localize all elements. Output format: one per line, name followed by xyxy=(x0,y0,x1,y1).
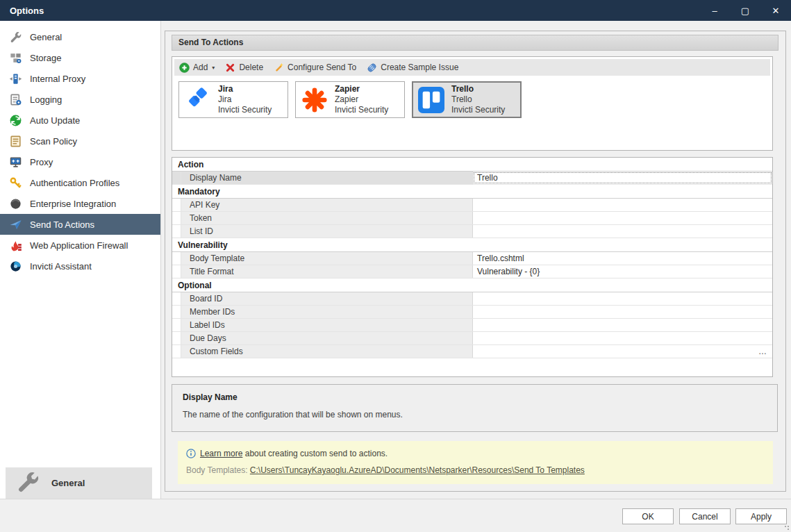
card-vendor: Invicti Security xyxy=(451,105,505,115)
property-value-input[interactable] xyxy=(473,225,772,238)
storage-icon xyxy=(9,51,22,65)
property-value-input[interactable] xyxy=(473,332,772,344)
proxy-icon xyxy=(9,156,22,169)
chevron-down-icon: ▾ xyxy=(212,65,215,71)
configure-send-to-button[interactable]: Configure Send To xyxy=(274,63,356,73)
property-row-member-ids[interactable]: Member IDs xyxy=(172,306,772,319)
description-text: The name of the configuration that will … xyxy=(183,410,767,419)
send-to-actions-panel: Send To Actions Add ▾ Delete xyxy=(165,31,786,492)
property-row-api-key[interactable]: API Key xyxy=(172,199,772,212)
assistant-icon xyxy=(9,260,22,273)
card-name: Zapier xyxy=(335,84,388,94)
sidebar-item-label: Proxy xyxy=(30,157,53,167)
send-icon xyxy=(9,218,22,231)
sidebar-item-label: Internal Proxy xyxy=(30,74,85,84)
property-value-input[interactable] xyxy=(473,306,772,318)
delete-button[interactable]: Delete xyxy=(225,63,263,73)
property-value-input[interactable]: Trello xyxy=(473,172,772,184)
property-row-custom-fields[interactable]: Custom Fields … xyxy=(172,345,772,358)
action-card-zapier[interactable]: Zapier Zapier Invicti Security xyxy=(295,81,405,118)
close-button[interactable]: ✕ xyxy=(760,0,791,21)
sidebar-item-label: Web Application Firewall xyxy=(30,240,128,251)
info-icon xyxy=(186,449,196,458)
sidebar-item-label: Logging xyxy=(30,94,62,105)
action-card-trello[interactable]: Trello Trello Invicti Security xyxy=(412,81,522,118)
add-button[interactable]: Add ▾ xyxy=(179,63,215,73)
card-vendor: Invicti Security xyxy=(218,105,272,115)
property-value-input[interactable]: Trello.cshtml xyxy=(473,252,772,265)
enterprise-icon xyxy=(9,197,22,210)
key-icon xyxy=(9,176,22,190)
sidebar-item-enterprise-integration[interactable]: Enterprise Integration xyxy=(0,193,160,214)
sidebar-item-web-application-firewall[interactable]: Web Application Firewall xyxy=(0,235,160,256)
learn-more-text: about creating custom send to actions. xyxy=(242,449,388,458)
window-controls: – ▢ ✕ xyxy=(699,0,791,21)
cancel-button[interactable]: Cancel xyxy=(679,508,731,524)
trello-logo-icon xyxy=(418,87,444,113)
property-row-display-name[interactable]: Display Name Trello xyxy=(172,172,772,185)
property-row-body-template[interactable]: Body Template Trello.cshtml xyxy=(172,252,772,265)
sidebar-footer-label: General xyxy=(51,478,85,488)
zapier-logo-icon xyxy=(301,87,328,113)
titlebar: Options – ▢ ✕ xyxy=(0,0,791,21)
sidebar-item-invicti-assistant[interactable]: Invicti Assistant xyxy=(0,256,160,276)
resize-grip[interactable] xyxy=(784,525,790,531)
property-row-label-ids[interactable]: Label IDs xyxy=(172,319,772,332)
sidebar-item-scan-policy[interactable]: Scan Policy xyxy=(0,131,160,151)
ellipsis-button[interactable]: … xyxy=(758,345,767,358)
body-templates-label: Body Templates: xyxy=(186,465,248,475)
sidebar-item-label: Storage xyxy=(30,53,62,63)
learn-more-link[interactable]: Learn more xyxy=(200,449,242,458)
scan-policy-icon xyxy=(9,135,22,148)
property-row-title-format[interactable]: Title Format Vulnerability - {0} xyxy=(172,265,772,279)
sample-issue-icon xyxy=(367,63,377,73)
body-templates-path-link[interactable]: C:\Users\TuncayKayaoglu.AzureAD\Document… xyxy=(250,465,585,475)
create-sample-issue-button[interactable]: Create Sample Issue xyxy=(367,63,458,73)
wrench-icon xyxy=(9,31,22,44)
sidebar-item-storage[interactable]: Storage xyxy=(0,47,160,68)
button-bar: OK Cancel Apply xyxy=(0,499,791,532)
property-value-input[interactable]: Vulnerability - {0} xyxy=(473,265,772,278)
sidebar-item-label: Scan Policy xyxy=(30,136,77,147)
property-value-input[interactable]: … xyxy=(473,345,772,358)
sidebar-item-logging[interactable]: Logging xyxy=(0,89,160,110)
wrench-icon xyxy=(15,469,40,497)
property-label: List ID xyxy=(181,225,473,238)
property-value-input[interactable] xyxy=(473,319,772,331)
sidebar-item-send-to-actions[interactable]: Send To Actions xyxy=(0,214,160,235)
card-type: Zapier xyxy=(335,94,388,105)
sidebar-item-proxy[interactable]: Proxy xyxy=(0,151,160,172)
section-header-mandatory: Mandatory xyxy=(172,185,772,199)
sidebar-item-authentication-profiles[interactable]: Authentication Profiles xyxy=(0,172,160,193)
internal-proxy-icon xyxy=(9,72,22,85)
ok-button[interactable]: OK xyxy=(622,508,674,524)
property-value-input[interactable] xyxy=(473,199,772,211)
property-row-list-id[interactable]: List ID xyxy=(172,225,772,238)
options-dialog: Options – ▢ ✕ General Storage Internal P… xyxy=(0,0,791,532)
logging-icon xyxy=(9,93,22,106)
sidebar-footer: General xyxy=(6,467,152,499)
info-panel: Learn more about creating custom send to… xyxy=(178,441,773,484)
property-value-input[interactable] xyxy=(473,292,772,305)
window-title: Options xyxy=(10,6,44,16)
card-name: Trello xyxy=(451,84,505,94)
action-card-jira[interactable]: Jira Jira Invicti Security xyxy=(178,81,288,118)
property-row-due-days[interactable]: Due Days xyxy=(172,332,772,345)
property-row-board-id[interactable]: Board ID xyxy=(172,292,772,306)
sidebar-item-general[interactable]: General xyxy=(0,26,160,47)
property-label: Token xyxy=(181,212,473,224)
sidebar-item-label: Invicti Assistant xyxy=(30,261,92,272)
card-name: Jira xyxy=(218,84,272,94)
property-grid: Action Display Name Trello Mandatory API… xyxy=(172,157,773,377)
sidebar-item-auto-update[interactable]: Auto Update xyxy=(0,110,160,131)
property-row-token[interactable]: Token xyxy=(172,212,772,225)
maximize-button[interactable]: ▢ xyxy=(730,0,760,21)
apply-button[interactable]: Apply xyxy=(735,508,787,524)
sidebar-item-label: Auto Update xyxy=(30,115,80,126)
sidebar-item-label: Enterprise Integration xyxy=(30,199,116,209)
property-value-input[interactable] xyxy=(473,212,772,224)
sidebar-item-internal-proxy[interactable]: Internal Proxy xyxy=(0,68,160,89)
minimize-button[interactable]: – xyxy=(699,0,730,21)
firewall-icon xyxy=(9,239,22,252)
actions-list-panel: Add ▾ Delete Configure Send To xyxy=(172,56,773,151)
